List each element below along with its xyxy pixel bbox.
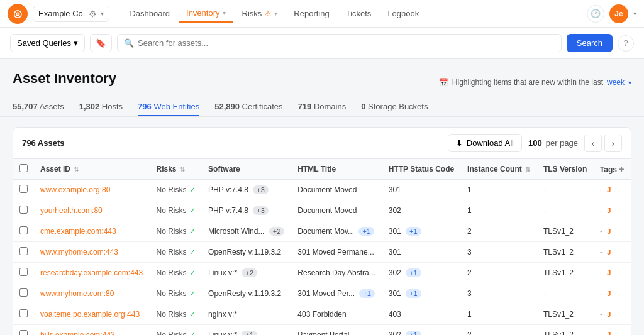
- next-page-button[interactable]: ›: [604, 135, 622, 152]
- row-checkbox[interactable]: [13, 283, 34, 304]
- tab-certificates[interactable]: 52,890 Certificates: [214, 98, 282, 116]
- row-checkbox[interactable]: [13, 242, 34, 263]
- cell-tls-version: -: [537, 283, 594, 304]
- cell-instance-count: 1: [461, 180, 537, 200]
- cell-instance-count: 2: [461, 325, 537, 336]
- row-checkbox[interactable]: [13, 180, 34, 200]
- check-icon: ✓: [189, 310, 196, 319]
- row-checkbox-input[interactable]: [19, 226, 28, 234]
- tls-version-value: -: [543, 185, 546, 194]
- cell-html-title: 301 Moved Permane...: [291, 242, 382, 263]
- add-column-button[interactable]: +: [619, 164, 624, 174]
- cell-asset-id: voalteme.po.example.org:443: [34, 304, 150, 325]
- prev-page-button[interactable]: ‹: [584, 135, 602, 152]
- cell-http-status: 302 +1: [382, 325, 461, 336]
- highlight-period-link[interactable]: week: [607, 78, 625, 87]
- table-row: www.myhome.com:443 No Risks✓ OpenResty v…: [13, 242, 631, 263]
- table-row: www.myhome.com:80 No Risks✓ OpenResty v:…: [13, 283, 631, 304]
- tab-hosts[interactable]: 1,302 Hosts: [79, 98, 123, 116]
- tab-assets[interactable]: 55,707 Assets: [13, 98, 64, 116]
- http-status-badge: +1: [406, 289, 421, 298]
- cell-http-status: 301: [382, 180, 461, 200]
- cell-tags: - J: [594, 325, 631, 336]
- risk-label: No Risks: [157, 289, 187, 298]
- cell-risks: No Risks✓: [150, 180, 203, 200]
- cell-tags: - J: [594, 200, 631, 221]
- tab-storage-buckets[interactable]: 0 Storage Buckets: [361, 98, 428, 116]
- sort-icon[interactable]: ⇅: [180, 166, 185, 173]
- checkbox-all[interactable]: [19, 164, 28, 172]
- risk-label: No Risks: [157, 268, 187, 277]
- asset-link[interactable]: yourhealth.com:80: [40, 206, 103, 215]
- tab-domains[interactable]: 719 Domains: [298, 98, 347, 116]
- select-all-checkbox[interactable]: [13, 159, 34, 180]
- cell-http-status: 302 +1: [382, 263, 461, 283]
- row-checkbox-input[interactable]: [19, 185, 28, 193]
- bookmark-button[interactable]: 🔖: [90, 34, 112, 52]
- row-checkbox[interactable]: [13, 325, 34, 336]
- asset-link[interactable]: www.example.org:80: [40, 185, 110, 194]
- http-status-badge: +1: [406, 268, 421, 277]
- http-status-badge: +1: [406, 227, 421, 236]
- cell-asset-id: www.myhome.com:443: [34, 242, 150, 263]
- download-all-button[interactable]: ⬇ Download All: [448, 134, 522, 152]
- row-checkbox-input[interactable]: [19, 288, 28, 297]
- row-checkbox-input[interactable]: [19, 309, 28, 317]
- check-icon: ✓: [189, 268, 196, 277]
- avatar[interactable]: Je: [609, 4, 628, 23]
- saved-queries-button[interactable]: Saved Queries ▾: [10, 34, 85, 52]
- cell-instance-count: 2: [461, 221, 537, 242]
- asset-link[interactable]: cme.example.com:443: [40, 227, 116, 236]
- tags-value: -: [600, 310, 602, 319]
- software-badge: +3: [253, 185, 269, 194]
- row-checkbox[interactable]: [13, 221, 34, 242]
- assets-count: 796 Assets: [22, 138, 64, 148]
- clock-icon[interactable]: 🕐: [587, 5, 604, 23]
- search-input[interactable]: [138, 38, 555, 48]
- company-selector[interactable]: Example Co. ⚙ ▾: [33, 6, 109, 22]
- cell-asset-id: cme.example.com:443: [34, 221, 150, 242]
- html-title-badge: +1: [358, 227, 374, 236]
- cell-tls-version: TLSv1_2: [537, 221, 594, 242]
- highlight-note: 📅 Highlighting items that are new within…: [439, 78, 631, 87]
- row-checkbox[interactable]: [13, 263, 34, 283]
- cell-software: OpenResty v:1.19.3.2: [202, 283, 291, 304]
- row-checkbox-input[interactable]: [19, 268, 28, 276]
- nav-tickets[interactable]: Tickets: [338, 5, 379, 22]
- nav-inventory[interactable]: Inventory ▾: [179, 4, 233, 23]
- tab-web-entities[interactable]: 796 Web Entities: [138, 98, 199, 116]
- asset-table: Asset ID ⇅ Risks ⇅ Software HTML Title H…: [13, 159, 631, 335]
- cell-html-title: Document Mov... +1: [291, 221, 382, 242]
- asset-link[interactable]: bills.example.com:443: [40, 331, 115, 335]
- nav-logbook[interactable]: Logbook: [380, 5, 426, 22]
- sort-icon[interactable]: ⇅: [74, 166, 79, 173]
- asset-link[interactable]: voalteme.po.example.org:443: [40, 310, 140, 319]
- software-badge: +2: [269, 227, 285, 236]
- tags-value: -: [600, 248, 602, 256]
- sort-icon[interactable]: ⇅: [525, 166, 530, 173]
- nav-dashboard[interactable]: Dashboard: [122, 5, 177, 22]
- nav-reporting[interactable]: Reporting: [286, 5, 336, 22]
- asset-link[interactable]: www.myhome.com:80: [40, 289, 114, 298]
- row-checkbox-input[interactable]: [19, 247, 28, 255]
- row-checkbox-input[interactable]: [19, 330, 28, 335]
- cell-tls-version: -: [537, 200, 594, 221]
- row-initial: J: [607, 331, 611, 335]
- cell-software: OpenResty v:1.19.3.2: [202, 242, 291, 263]
- row-checkbox[interactable]: [13, 200, 34, 221]
- row-checkbox[interactable]: [13, 304, 34, 325]
- row-initial: J: [607, 248, 611, 256]
- tags-value: -: [600, 206, 602, 215]
- search-input-wrap: 🔍: [117, 34, 562, 52]
- asset-link[interactable]: researchday.example.com:443: [40, 268, 143, 277]
- avatar-chevron-icon[interactable]: ▾: [633, 10, 636, 17]
- asset-link[interactable]: www.myhome.com:443: [40, 248, 118, 256]
- tls-version-value: -: [543, 206, 546, 215]
- search-button[interactable]: Search: [567, 34, 613, 52]
- cell-software: PHP v:7.4.8 +3: [202, 200, 291, 221]
- help-icon[interactable]: ?: [618, 35, 634, 52]
- row-checkbox-input[interactable]: [19, 206, 28, 214]
- nav-risks[interactable]: Risks ⚠ ▾: [235, 5, 286, 22]
- dropdown-icon[interactable]: ▾: [628, 79, 631, 86]
- tls-version-value: TLSv1_2: [543, 227, 574, 236]
